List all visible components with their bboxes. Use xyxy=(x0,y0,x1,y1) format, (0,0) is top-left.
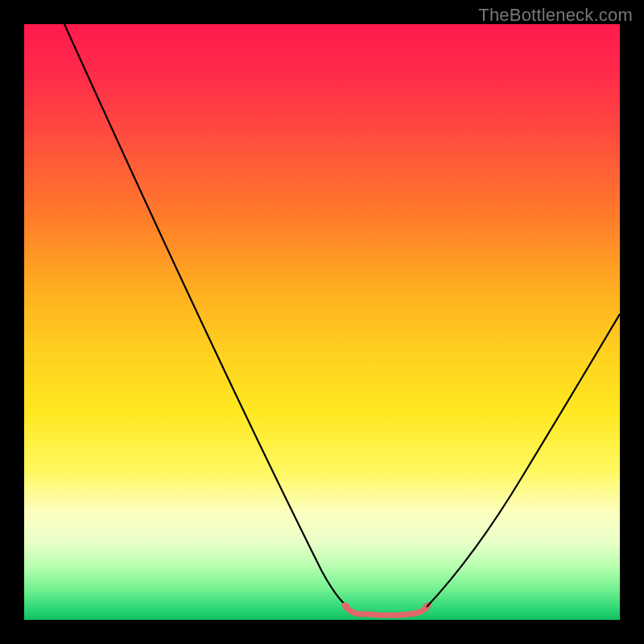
curve-layer xyxy=(24,24,620,620)
left-curve xyxy=(64,24,353,610)
valley-floor xyxy=(345,605,428,615)
right-curve xyxy=(427,314,620,607)
valley-dot-left xyxy=(343,603,349,609)
chart-frame: TheBottleneck.com xyxy=(0,0,644,644)
plot-area xyxy=(24,24,620,620)
watermark-text: TheBottleneck.com xyxy=(478,5,633,26)
